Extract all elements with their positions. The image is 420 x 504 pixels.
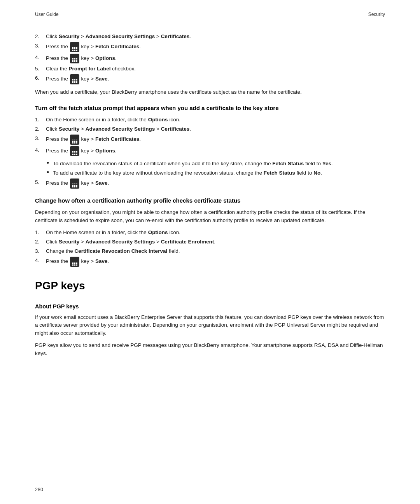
bb-menu-key (70, 178, 79, 188)
section1-heading: Turn off the fetch status prompt that ap… (35, 104, 385, 112)
bb-menu-key (70, 257, 79, 266)
pgp-para2: PGP keys allow you to send and receive P… (35, 341, 385, 358)
bb-menu-key (70, 135, 79, 144)
section2-heading: Change how often a certification authori… (35, 196, 385, 205)
intro-steps: 2. Click Security > Advanced Security Se… (35, 33, 385, 84)
main-content: 2. Click Security > Advanced Security Se… (35, 33, 385, 358)
section2-steps: 1. On the Home screen or in a folder, cl… (35, 229, 385, 267)
step-item: 1. On the Home screen or in a folder, cl… (35, 116, 385, 124)
page-number: 280 (35, 487, 43, 492)
section2-intro: Depending on your organisation, you migh… (35, 208, 385, 225)
step-item: 4. Press the key > Save. (35, 257, 385, 266)
step-item: 2. Click Security > Advanced Security Se… (35, 125, 385, 133)
bullet-item: • To add a certificate to the key store … (47, 169, 385, 177)
intro-note: When you add a certificate, your BlackBe… (35, 88, 385, 96)
step-item: 5. Press the key > Save. (35, 178, 385, 188)
section1-bullets: • To download the revocation status of a… (47, 160, 385, 177)
step-item: 4. Press the key > Options. (35, 54, 385, 63)
pgp-para1: If your work email account uses a BlackB… (35, 313, 385, 338)
step-item: 3. Press the key > Fetch Certificates. (35, 42, 385, 52)
step-item: 2. Click Security > Advanced Security Se… (35, 238, 385, 246)
step-item: 1. On the Home screen or in a folder, cl… (35, 229, 385, 236)
section1-steps-end: 5. Press the key > Save. (35, 178, 385, 188)
pgp-heading: PGP keys (35, 278, 385, 294)
bb-menu-key (70, 146, 79, 156)
header-left: User Guide (35, 12, 59, 17)
step-item: 3. Change the Certificate Revocation Che… (35, 247, 385, 255)
page-header: User Guide Security (35, 12, 385, 17)
step-item: 4. Press the key > Options. (35, 146, 385, 156)
bb-menu-key (70, 42, 79, 52)
bb-menu-key (70, 74, 79, 84)
step-item: 5. Clear the Prompt for Label checkbox. (35, 65, 385, 73)
step-item: 6. Press the key > Save. (35, 74, 385, 84)
bb-menu-key (70, 54, 79, 63)
step-item: 2. Click Security > Advanced Security Se… (35, 33, 385, 40)
step-item: 3. Press the key > Fetch Certificates. (35, 135, 385, 144)
about-pgp-heading: About PGP keys (35, 303, 385, 311)
section1-steps: 1. On the Home screen or in a folder, cl… (35, 116, 385, 156)
bullet-item: • To download the revocation status of a… (47, 160, 385, 168)
page-footer: 280 (35, 487, 43, 492)
header-right: Security (368, 12, 385, 17)
page-container: User Guide Security 2. Click Security > … (0, 0, 420, 504)
